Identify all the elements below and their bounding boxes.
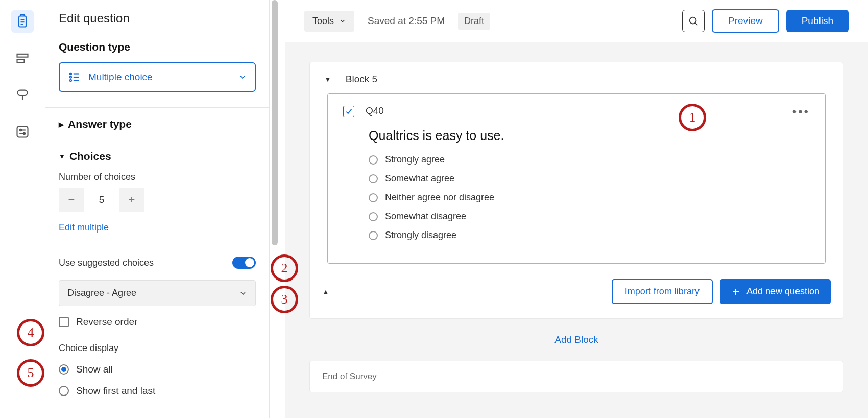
status-badge: Draft (458, 13, 490, 30)
chevron-down-icon (238, 73, 247, 81)
search-button[interactable] (682, 10, 705, 32)
chevron-down-icon (339, 17, 346, 25)
rail-builder-icon[interactable] (11, 10, 34, 33)
question-type-value: Multiple choice (88, 72, 153, 83)
option-row[interactable]: Strongly disagree (369, 230, 810, 241)
reverse-order-checkbox[interactable]: Reverse order (59, 316, 256, 328)
option-row[interactable]: Somewhat agree (369, 173, 810, 184)
scale-select[interactable]: Disagree - Agree (59, 280, 256, 306)
add-block-link[interactable]: Add Block (554, 334, 598, 345)
option-row[interactable]: Somewhat disagree (369, 211, 810, 222)
svg-rect-6 (18, 90, 28, 95)
stepper-dec-button[interactable]: − (59, 188, 84, 212)
question-select-checkbox[interactable] (343, 106, 354, 117)
num-choices-label: Number of choices (59, 172, 256, 182)
import-library-button[interactable]: Import from library (612, 279, 713, 304)
show-first-last-radio[interactable]: Show first and last (59, 385, 256, 397)
question-type-select[interactable]: Multiple choice (59, 62, 256, 92)
question-id: Q40 (366, 105, 384, 117)
end-of-survey-block[interactable]: End of Survey (309, 361, 843, 392)
stepper-inc-button[interactable]: + (119, 188, 144, 212)
survey-block: ▼ Block 5 Q40 ••• Qualtrics is easy to u… (309, 62, 843, 319)
choice-count: 5 (84, 188, 119, 212)
svg-point-15 (70, 76, 71, 78)
svg-rect-4 (17, 54, 28, 57)
search-icon (688, 15, 699, 27)
answer-type-heading[interactable]: ▶ Answer type (59, 118, 256, 130)
svg-rect-0 (19, 16, 26, 27)
use-suggested-label: Use suggested choices (59, 258, 154, 268)
option-row[interactable]: Strongly agree (369, 154, 810, 165)
plus-icon (731, 287, 740, 296)
svg-rect-8 (17, 127, 28, 137)
choices-heading[interactable]: ▼ Choices (59, 150, 256, 162)
svg-rect-5 (17, 59, 25, 62)
preview-button[interactable]: Preview (712, 9, 779, 33)
question-text[interactable]: Qualtrics is easy to use. (369, 128, 810, 143)
collapse-block-icon[interactable]: ▼ (324, 75, 331, 83)
rail-flow-icon[interactable] (11, 47, 34, 69)
svg-line-20 (695, 23, 697, 25)
block-title[interactable]: Block 5 (346, 74, 377, 85)
show-all-radio[interactable]: Show all (59, 364, 256, 375)
panel-title: Edit question (59, 11, 256, 26)
sidebar-scroll-thumb[interactable] (272, 0, 278, 245)
expand-block-icon[interactable]: ▲ (322, 288, 329, 296)
question-more-icon[interactable]: ••• (792, 105, 810, 119)
add-question-button[interactable]: Add new question (720, 279, 831, 304)
saved-label: Saved at 2:55 PM (368, 15, 445, 27)
question-card[interactable]: Q40 ••• Qualtrics is easy to use. Strong… (327, 93, 826, 264)
svg-point-17 (70, 80, 71, 81)
publish-button[interactable]: Publish (786, 10, 849, 32)
svg-point-19 (690, 17, 696, 24)
list-icon (68, 71, 81, 84)
quantity-stepper: − 5 + (59, 188, 144, 212)
tools-menu[interactable]: Tools (304, 11, 354, 32)
chevron-down-icon (239, 289, 247, 297)
edit-multiple-link[interactable]: Edit multiple (59, 222, 109, 233)
question-type-heading: Question type (59, 41, 256, 53)
choice-display-label: Choice display (59, 343, 256, 354)
rail-options-icon[interactable] (11, 121, 34, 143)
use-suggested-toggle[interactable] (232, 257, 256, 269)
rail-look-icon[interactable] (11, 84, 34, 106)
scale-value: Disagree - Agree (67, 288, 136, 298)
option-row[interactable]: Neither agree nor disagree (369, 192, 810, 203)
svg-point-13 (70, 73, 71, 75)
